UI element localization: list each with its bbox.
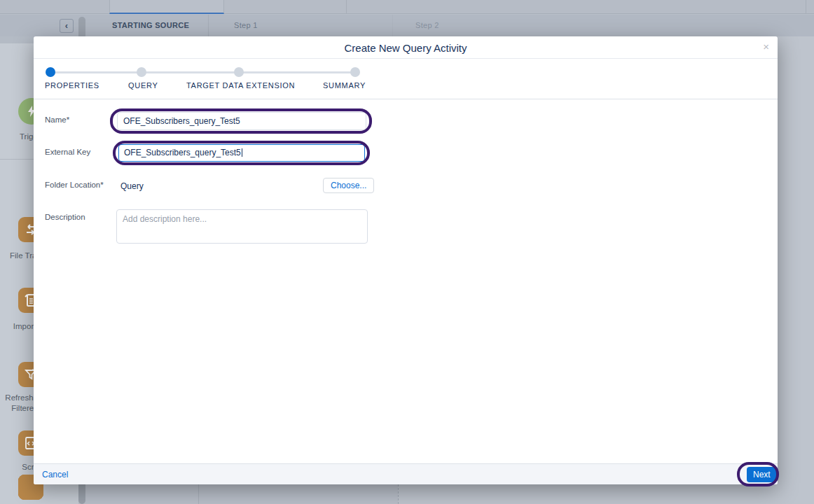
next-button[interactable]: Next xyxy=(747,467,777,482)
workflow-column-step-1[interactable]: Step 1 xyxy=(234,21,258,29)
workflow-column-step-2[interactable]: Step 2 xyxy=(415,21,439,29)
column-divider xyxy=(208,15,209,36)
step-dot-query xyxy=(137,67,146,77)
workflow-step-bar: ‹ STARTING SOURCE Step 1 Step 2 xyxy=(0,15,814,36)
folder-location-label: Folder Location* xyxy=(45,181,104,189)
active-automation-tab[interactable] xyxy=(109,0,224,14)
cancel-button[interactable]: Cancel xyxy=(42,470,68,479)
modal-title: Create New Query Activity xyxy=(34,36,778,54)
close-icon[interactable]: × xyxy=(763,41,769,52)
step-dot-target-data-extension xyxy=(234,67,244,77)
name-input[interactable] xyxy=(117,112,366,130)
top-tab-strip xyxy=(0,0,814,14)
progress-steps: PROPERTIES QUERY TARGET DATA EXTENSION S… xyxy=(34,59,778,99)
step-label-properties: PROPERTIES xyxy=(45,81,99,90)
progress-track xyxy=(50,71,355,74)
step-dot-properties xyxy=(46,67,55,77)
tab-divider xyxy=(346,0,347,14)
tab-divider xyxy=(806,0,806,14)
external-key-value: OFE_Subscribers_query_Test5 xyxy=(124,148,241,158)
name-label: Name* xyxy=(45,115,69,124)
choose-folder-button[interactable]: Choose... xyxy=(323,178,374,193)
step-dot-summary xyxy=(350,67,360,77)
modal-footer: Cancel Next xyxy=(34,463,778,484)
column-divider xyxy=(392,15,393,36)
modal-header: Create New Query Activity × xyxy=(34,36,778,59)
step-label-query: QUERY xyxy=(128,81,158,90)
text-cursor xyxy=(242,148,242,157)
folder-location-value: Query xyxy=(120,181,144,191)
description-textarea[interactable] xyxy=(116,209,368,244)
external-key-input[interactable]: OFE_Subscribers_query_Test5 xyxy=(118,144,365,162)
collapse-sidebar-button[interactable]: ‹ xyxy=(60,19,74,33)
external-key-label: External Key xyxy=(45,148,90,156)
description-label: Description xyxy=(45,213,85,221)
step-label-summary: SUMMARY xyxy=(323,81,366,90)
workflow-column-starting-source[interactable]: STARTING SOURCE xyxy=(112,21,189,29)
create-query-activity-modal: Create New Query Activity × PROPERTIES Q… xyxy=(34,36,778,484)
step-label-target-data-extension: TARGET DATA EXTENSION xyxy=(186,81,295,90)
